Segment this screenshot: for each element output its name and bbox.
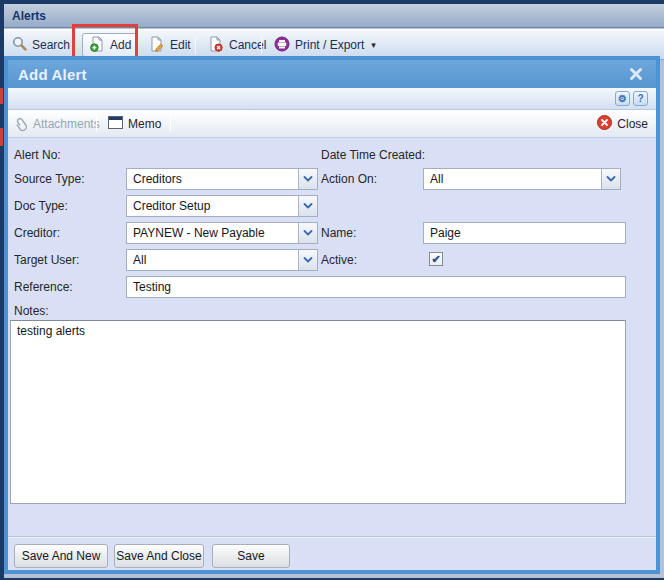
add-button[interactable]: Add [82, 33, 138, 57]
toolbar-separator [195, 36, 196, 54]
chevron-down-icon[interactable] [298, 169, 317, 189]
print-export-button[interactable]: Print / Export ▾ [268, 33, 382, 57]
active-label: Active: [321, 253, 357, 267]
doc-type-value: Creditor Setup [127, 199, 298, 213]
paperclip-icon [13, 115, 31, 133]
notes-textarea[interactable]: testing alerts [10, 320, 626, 504]
save-label: Save [237, 549, 264, 563]
save-and-close-button[interactable]: Save And Close [114, 544, 204, 568]
add-alert-dialog: Add Alert ⚙ ? Attachments [4, 56, 660, 574]
print-export-icon [274, 36, 290, 55]
attachments-button-label: Attachments [33, 117, 100, 131]
date-time-created-label: Date Time Created: [321, 148, 425, 162]
dialog-titlebar: Add Alert [8, 60, 656, 88]
toolbar-separator [261, 36, 262, 54]
dialog-toolbar: Attachments Memo Close [8, 110, 656, 138]
search-icon [12, 36, 27, 54]
attachments-button[interactable]: Attachments [16, 114, 100, 134]
edit-button-label: Edit [170, 38, 191, 52]
alert-no-label: Alert No: [14, 148, 61, 162]
search-button-label: Search [32, 38, 70, 52]
chevron-down-icon[interactable] [298, 250, 317, 270]
name-label: Name: [321, 226, 356, 240]
dialog-title: Add Alert [18, 66, 87, 83]
target-user-select[interactable]: All [126, 249, 318, 271]
target-user-value: All [127, 253, 298, 267]
edit-button[interactable]: Edit [143, 33, 197, 57]
toolbar-separator [170, 115, 171, 132]
target-user-label: Target User: [14, 253, 79, 267]
checkmark-icon: ✔ [431, 254, 440, 265]
annotation-artifact [0, 88, 3, 104]
save-and-new-button[interactable]: Save And New [14, 544, 108, 568]
creditor-select[interactable]: PAYNEW - New Payable [126, 222, 318, 244]
creditor-value: PAYNEW - New Payable [127, 226, 298, 240]
reference-label: Reference: [14, 280, 73, 294]
source-type-value: Creditors [127, 172, 298, 186]
add-document-icon [89, 36, 105, 55]
close-button-label: Close [617, 117, 648, 131]
save-and-new-label: Save And New [22, 549, 101, 563]
gear-icon[interactable]: ⚙ [615, 91, 630, 106]
dialog-close-x-icon[interactable] [628, 66, 644, 82]
help-icon[interactable]: ? [633, 91, 648, 106]
memo-icon [108, 116, 123, 132]
active-checkbox[interactable]: ✔ [429, 252, 443, 266]
source-type-select[interactable]: Creditors [126, 168, 318, 190]
window-titlebar: Alerts [4, 4, 664, 28]
chevron-down-icon[interactable] [601, 169, 620, 189]
caret-down-icon: ▾ [371, 40, 376, 50]
name-input[interactable] [423, 222, 626, 244]
cancel-document-icon [208, 36, 224, 55]
creditor-label: Creditor: [14, 226, 60, 240]
notes-label: Notes: [14, 304, 49, 318]
window-title: Alerts [12, 9, 46, 23]
action-on-label: Action On: [321, 172, 377, 186]
close-button[interactable]: Close [597, 114, 648, 134]
memo-button-label: Memo [128, 117, 161, 131]
close-circle-icon [597, 115, 612, 133]
edit-document-icon [149, 36, 165, 55]
print-export-button-label: Print / Export [295, 38, 364, 52]
save-button[interactable]: Save [212, 544, 290, 568]
annotation-artifact [0, 128, 3, 146]
chevron-down-icon[interactable] [298, 196, 317, 216]
toolbar-separator [96, 115, 97, 132]
action-on-value: All [424, 172, 601, 186]
dialog-options-bar: ⚙ ? [8, 88, 656, 110]
add-button-label: Add [110, 38, 131, 52]
doc-type-select[interactable]: Creditor Setup [126, 195, 318, 217]
memo-button[interactable]: Memo [108, 114, 161, 134]
action-on-select[interactable]: All [423, 168, 621, 190]
search-button[interactable]: Search [6, 33, 76, 57]
save-and-close-label: Save And Close [116, 549, 201, 563]
doc-type-label: Doc Type: [14, 199, 68, 213]
footer-divider [8, 536, 656, 538]
source-type-label: Source Type: [14, 172, 85, 186]
chevron-down-icon[interactable] [298, 223, 317, 243]
reference-input[interactable] [126, 276, 626, 298]
